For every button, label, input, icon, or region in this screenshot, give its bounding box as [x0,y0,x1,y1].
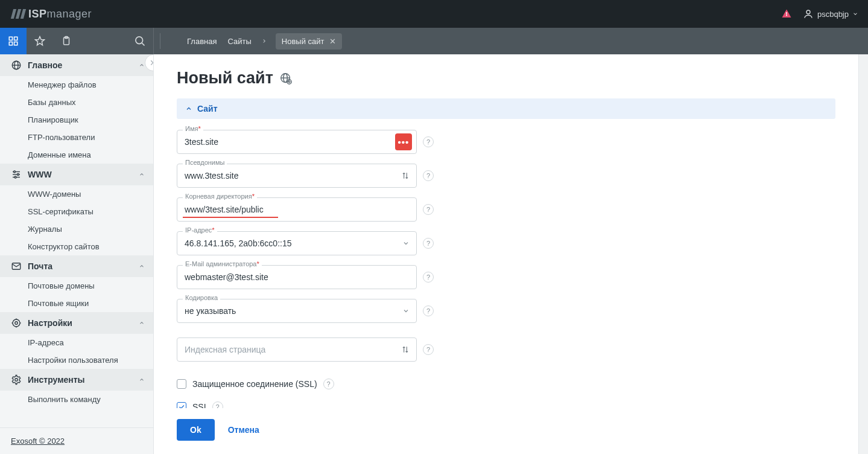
field-name-row: Имя* ••• ? [177,130,835,154]
svg-rect-1 [786,12,787,14]
sidebar-scroll: Главное Менеджер файлов Базы данных План… [0,54,153,427]
user-menu[interactable]: pscbqbjp [803,8,858,19]
field-index-row: ? [177,337,835,362]
sidebar-item-mailboxes[interactable]: Почтовые ящики [0,295,153,312]
sidebar-item-sitebuilder[interactable]: Конструктор сайтов [0,238,153,255]
svg-point-0 [786,14,787,16]
username: pscbqbjp [817,10,849,19]
sidebar-item-scheduler[interactable]: Планировщик [0,111,153,129]
sidebar-group-mail: Почта Почтовые домены Почтовые ящики [0,255,153,312]
breadcrumb-home[interactable]: Главная [186,34,218,48]
globe-icon [11,60,22,71]
sidebar-group-www: WWW WWW-домены SSL-сертификаты Журналы К… [0,164,153,255]
chevron-down-icon [852,11,858,17]
help-icon[interactable]: ? [423,305,434,316]
sidebar-item-maildomains[interactable]: Почтовые домены [0,277,153,295]
help-icon[interactable]: ? [423,136,434,147]
field-email: E-Mail администратора* [177,265,417,289]
svg-point-22 [15,322,18,325]
sidebar-group-header-mail[interactable]: Почта [0,255,153,277]
sort-icon[interactable] [401,171,410,181]
help-icon[interactable]: ? [423,204,434,215]
sidebar-group-header-tools[interactable]: Инструменты [0,369,153,391]
field-email-row: E-Mail администратора* ? [177,265,835,289]
sidebar-item-domains[interactable]: Доменные имена [0,146,153,164]
encoding-select[interactable] [177,299,417,323]
chevron-up-icon [185,105,192,112]
field-name: Имя* ••• [177,130,417,154]
ssl-row: Защищенное соединение (SSL) ? [177,379,835,389]
help-icon[interactable]: ? [423,170,434,181]
breadcrumb-sites[interactable]: Сайты [226,34,252,48]
mail-icon [11,261,22,272]
sliders-icon [11,169,22,180]
help-icon[interactable]: ? [423,344,434,355]
sidebar-item-ip[interactable]: IP-адреса [0,334,153,351]
logo-stripes-icon [12,9,25,19]
chevron-up-icon [139,263,145,269]
scrollbar-track[interactable] [858,54,868,454]
sidebar-item-filemanager[interactable]: Менеджер файлов [0,76,153,94]
page-title-row: Новый сайт [177,69,835,88]
field-root: Корневая директория* [177,197,417,222]
section-title: Сайт [197,104,218,114]
page-title: Новый сайт [177,69,273,88]
ip-select[interactable] [177,231,417,255]
ssl-checkbox[interactable] [177,379,186,389]
email-input[interactable] [177,265,417,289]
sidebar-group-header-settings[interactable]: Настройки [0,312,153,334]
settings-icon [11,318,22,328]
section-header[interactable]: Сайт [177,98,835,119]
help-icon[interactable]: ? [423,238,434,249]
sidebar-item-logs[interactable]: Журналы [0,220,153,238]
logo[interactable]: ISPmanager [12,8,92,21]
sidebar-item-ssl[interactable]: SSL-сертификаты [0,203,153,220]
sidebar-item-www-domains[interactable]: WWW-домены [0,185,153,203]
sidebar-group-header-main[interactable]: Главное [0,54,153,76]
chevron-up-icon [139,171,145,177]
breadcrumbs: Главная Сайты Новый сайт ✕ [166,33,342,50]
more-options-button[interactable]: ••• [395,133,412,150]
user-icon [803,8,814,19]
svg-line-10 [142,43,144,45]
index-input[interactable] [177,337,417,362]
svg-point-17 [14,171,16,173]
svg-rect-5 [9,42,12,45]
layout: ✕ Главное Менеджер файлов Базы данных Пл… [0,54,868,454]
ok-button[interactable]: Ok [177,419,215,441]
svg-point-21 [13,319,20,327]
help-icon[interactable]: ? [423,272,434,283]
root-input[interactable] [177,197,417,222]
sort-icon[interactable] [401,345,410,354]
help-icon[interactable]: ? [323,379,334,389]
sidebar-group-main: Главное Менеджер файлов Базы данных План… [0,54,153,164]
cancel-button[interactable]: Отмена [228,425,259,435]
breadcrumb-current-tab[interactable]: Новый сайт ✕ [276,33,342,50]
svg-point-18 [17,174,19,176]
sidebar-item-runcmd[interactable]: Выполнить команду [0,391,153,408]
sidebar-group-tools: Инструменты Выполнить команду [0,369,153,408]
aliases-input[interactable] [177,164,417,188]
notification-icon[interactable] [781,8,792,19]
footer-link[interactable]: Exosoft © 2022 [11,436,65,446]
header-right: pscbqbjp [781,8,858,19]
globe-settings-icon [279,72,293,85]
sidebar-group-header-www[interactable]: WWW [0,164,153,185]
ssl-label: Защищенное соединение (SSL) [192,379,317,389]
gear-icon [11,374,22,385]
sidebar-item-databases[interactable]: Базы данных [0,94,153,111]
sidebar-item-usersettings[interactable]: Настройки пользователя [0,351,153,369]
svg-rect-3 [9,37,12,40]
close-icon[interactable]: ✕ [329,37,336,46]
dashboard-icon[interactable] [0,28,27,54]
field-ip: IP-адрес* [177,231,417,255]
sidebar-item-ftp[interactable]: FTP-пользователи [0,129,153,146]
favorites-icon[interactable] [27,28,53,54]
clipboard-icon[interactable] [53,28,80,54]
name-input[interactable] [177,130,417,154]
search-icon[interactable] [127,28,153,54]
svg-point-2 [806,10,810,14]
field-ip-row: IP-адрес* ? [177,231,835,255]
field-encoding-row: Кодировка ? [177,299,835,323]
chevron-up-icon [139,320,145,326]
